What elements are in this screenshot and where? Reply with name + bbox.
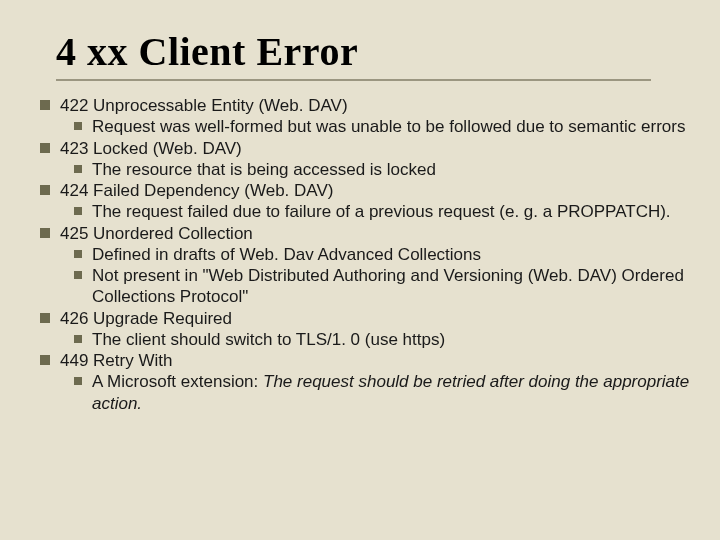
sub-item: A Microsoft extension: The request shoul… (70, 371, 690, 414)
item-label: 449 Retry With (60, 351, 172, 370)
list-item: 422 Unprocessable Entity (Web. DAV) Requ… (36, 95, 690, 138)
list-item: 449 Retry With A Microsoft extension: Th… (36, 350, 690, 414)
list-item: 423 Locked (Web. DAV) The resource that … (36, 138, 690, 181)
list-item: 426 Upgrade Required The client should s… (36, 308, 690, 351)
sub-list: The client should switch to TLS/1. 0 (us… (70, 329, 690, 350)
sub-list: Request was well-formed but was unable t… (70, 116, 690, 137)
sub-item: The resource that is being accessed is l… (70, 159, 690, 180)
item-label: 425 Unordered Collection (60, 224, 253, 243)
sub-list: Defined in drafts of Web. Dav Advanced C… (70, 244, 690, 308)
bullet-list: 422 Unprocessable Entity (Web. DAV) Requ… (36, 95, 690, 414)
list-item: 425 Unordered Collection Defined in draf… (36, 223, 690, 308)
item-label: 426 Upgrade Required (60, 309, 232, 328)
list-item: 424 Failed Dependency (Web. DAV) The req… (36, 180, 690, 223)
slide: 4 xx Client Error 422 Unprocessable Enti… (0, 0, 720, 540)
sub-item: Request was well-formed but was unable t… (70, 116, 690, 137)
sub-item: The request failed due to failure of a p… (70, 201, 690, 222)
sub-item: The client should switch to TLS/1. 0 (us… (70, 329, 690, 350)
sub-item: Not present in "Web Distributed Authorin… (70, 265, 690, 308)
sub-prefix: A Microsoft extension: (92, 372, 263, 391)
sub-list: The request failed due to failure of a p… (70, 201, 690, 222)
item-label: 423 Locked (Web. DAV) (60, 139, 242, 158)
sub-text: Request was well-formed but was unable t… (92, 117, 685, 136)
sub-list: The resource that is being accessed is l… (70, 159, 690, 180)
item-label: 424 Failed Dependency (Web. DAV) (60, 181, 333, 200)
title-block: 4 xx Client Error (56, 28, 690, 81)
sub-text: The request failed due to failure of a p… (92, 202, 671, 221)
sub-text: The client should switch to TLS/1. 0 (us… (92, 330, 445, 349)
sub-text: The resource that is being accessed is l… (92, 160, 436, 179)
sub-text: Defined in drafts of Web. Dav Advanced C… (92, 245, 481, 264)
sub-list: A Microsoft extension: The request shoul… (70, 371, 690, 414)
title-underline (56, 79, 651, 81)
sub-item: Defined in drafts of Web. Dav Advanced C… (70, 244, 690, 265)
page-title: 4 xx Client Error (56, 28, 690, 75)
item-label: 422 Unprocessable Entity (Web. DAV) (60, 96, 348, 115)
sub-text: Not present in "Web Distributed Authorin… (92, 266, 684, 306)
